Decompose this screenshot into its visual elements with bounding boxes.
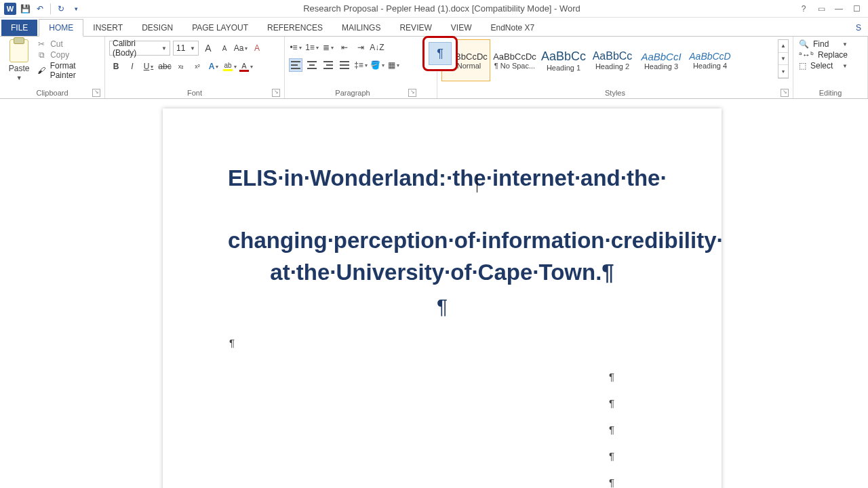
text-effects-button[interactable]: A [207, 60, 220, 73]
align-center-button[interactable] [305, 58, 319, 72]
font-name-value: Calibri (Body) [113, 39, 159, 58]
multilevel-button[interactable]: ≣ [321, 41, 335, 54]
tab-mailings[interactable]: MAILINGS [332, 20, 390, 36]
change-case-button[interactable]: Aa [234, 41, 248, 55]
tab-view[interactable]: VIEW [441, 20, 481, 36]
show-hide-marks-button[interactable]: ¶ [429, 42, 452, 65]
superscript-button[interactable]: x² [191, 60, 204, 73]
undo-button[interactable]: ↶ [34, 3, 46, 15]
group-editing: 🔍 Find ▼ ᵃ↔ᵇ Replace ⬚ Select ▼ Editing [793, 37, 868, 98]
share-button[interactable]: S [849, 20, 868, 36]
redo-button[interactable]: ↻ [55, 3, 67, 15]
document-area[interactable]: ELIS·in·Wonderland:·the·internet·and·the… [0, 99, 868, 488]
maximize-icon[interactable]: ☐ [850, 3, 863, 15]
clear-formatting-button[interactable]: A [250, 41, 264, 55]
increase-indent-button[interactable]: ⇥ [354, 41, 368, 54]
ribbon-display-icon[interactable]: ▭ [815, 3, 827, 15]
tab-page-layout[interactable]: PAGE LAYOUT [182, 20, 258, 36]
font-name-combo[interactable]: Calibri (Body) ▼ [109, 41, 170, 56]
subscript-button[interactable]: x₂ [174, 60, 188, 73]
empty-paragraph-mark-right[interactable]: ¶ [228, 416, 614, 443]
copy-icon: ⧉ [37, 50, 46, 60]
empty-paragraph-mark-right[interactable]: ¶ [228, 443, 614, 469]
page-content[interactable]: ELIS·in·Wonderland:·the·internet·and·the… [163, 108, 722, 488]
qat-customize[interactable]: ▾ [70, 3, 82, 15]
chevron-down-icon: ▼ [842, 63, 848, 69]
format-painter-button[interactable]: 🖌 Format Painter [37, 61, 102, 80]
empty-heading-paragraph-mark[interactable]: ¶ [228, 295, 656, 318]
tab-endnote[interactable]: EndNote X7 [481, 20, 544, 36]
tab-review[interactable]: REVIEW [390, 20, 441, 36]
font-color-button[interactable]: A [239, 60, 253, 73]
tab-references[interactable]: REFERENCES [258, 20, 332, 36]
chevron-down-icon: ▼ [187, 45, 195, 52]
paragraph-dialog-launcher[interactable]: ↘ [408, 89, 416, 97]
align-left-icon [291, 61, 300, 69]
scissors-icon: ✂ [37, 39, 46, 49]
group-paragraph: •≡ 1≡ ≣ ⇤ ⇥ A↓Z [285, 37, 437, 98]
align-left-button[interactable] [289, 58, 302, 72]
styles-gallery[interactable]: AaBbCcDc¶ NormalAaBbCcDc¶ No Spac...AaBb… [440, 38, 790, 88]
justify-button[interactable] [338, 58, 351, 72]
underline-button[interactable]: U [142, 60, 155, 73]
empty-paragraph-mark-right[interactable]: ¶ [228, 363, 614, 390]
shading-icon: 🪣 [370, 60, 380, 70]
styles-more-icon[interactable]: ▾ [778, 65, 788, 78]
numbering-button[interactable]: 1≡ [305, 41, 319, 54]
help-icon[interactable]: ? [797, 3, 810, 15]
tab-insert[interactable]: INSERT [83, 20, 132, 36]
shading-button[interactable]: 🪣 [370, 58, 384, 72]
save-button[interactable]: 💾 [19, 3, 31, 15]
borders-icon: ▦ [388, 60, 395, 70]
find-button[interactable]: 🔍 Find ▼ [799, 39, 848, 49]
grow-font-button[interactable]: A [201, 41, 215, 55]
title-line-3: at·the·University·of·Cape·Town.¶ [270, 260, 614, 285]
style-tile-heading-3[interactable]: AaBbCcIHeading 3 [637, 39, 686, 81]
borders-button[interactable]: ▦ [387, 58, 400, 72]
style-tile--no-spac-[interactable]: AaBbCcDc¶ No Spac... [490, 39, 539, 81]
clipboard-dialog-launcher[interactable]: ↘ [92, 89, 100, 97]
cut-button[interactable]: ✂ Cut [37, 39, 102, 49]
justify-icon [340, 61, 349, 69]
empty-paragraph-mark-right[interactable]: ¶ [228, 469, 614, 488]
brush-icon: 🖌 [37, 66, 45, 75]
right-aligned-paragraph-marks[interactable]: ¶¶¶¶¶ [228, 363, 656, 488]
paste-dropdown-icon[interactable]: ▼ [16, 75, 22, 81]
italic-button[interactable]: I [125, 60, 139, 73]
highlight-button[interactable]: ab [223, 60, 237, 73]
document-title[interactable]: ELIS·in·Wonderland:·the·internet·and·the… [228, 163, 656, 288]
copy-button[interactable]: ⧉ Copy [37, 50, 102, 60]
tab-file[interactable]: FILE [1, 20, 37, 36]
style-preview: AaBbCcI [641, 51, 681, 62]
empty-paragraph-mark-right[interactable]: ¶ [228, 390, 614, 416]
line-spacing-button[interactable]: ‡≡ [354, 58, 368, 72]
title-bar: W 💾 ↶ ↻ ▾ Research Proposal - Pepler Hea… [0, 0, 868, 18]
bullets-button[interactable]: •≡ [289, 41, 302, 54]
group-clipboard: Paste ▼ ✂ Cut ⧉ Copy 🖌 Format Painter Cl [0, 37, 105, 98]
minimize-icon[interactable]: — [833, 3, 845, 15]
tab-home[interactable]: HOME [39, 19, 83, 37]
decrease-indent-button[interactable]: ⇤ [338, 41, 351, 54]
shrink-font-button[interactable]: A [218, 41, 231, 55]
style-tile-heading-1[interactable]: AaBbCcHeading 1 [539, 39, 588, 81]
styles-scroll-down-icon[interactable]: ▼ [778, 53, 788, 66]
replace-button[interactable]: ᵃ↔ᵇ Replace [799, 50, 848, 60]
style-tile-heading-4[interactable]: AaBbCcDHeading 4 [686, 39, 734, 81]
style-tile-heading-2[interactable]: AaBbCcHeading 2 [588, 39, 637, 81]
font-dialog-launcher[interactable]: ↘ [272, 89, 280, 97]
sort-button[interactable]: A↓Z [370, 41, 384, 54]
select-button[interactable]: ⬚ Select ▼ [799, 61, 848, 70]
find-icon: 🔍 [799, 39, 809, 49]
strikethrough-button[interactable]: abc [158, 60, 172, 73]
paste-button[interactable]: Paste ▼ [3, 38, 35, 88]
font-size-combo[interactable]: 11 ▼ [173, 41, 199, 56]
styles-dialog-launcher[interactable]: ↘ [781, 89, 789, 97]
styles-expand[interactable]: ▲ ▼ ▾ [778, 39, 789, 79]
align-right-button[interactable] [321, 58, 335, 72]
tab-design[interactable]: DESIGN [132, 20, 182, 36]
page[interactable]: ELIS·in·Wonderland:·the·internet·and·the… [163, 108, 722, 488]
empty-paragraph-mark-left[interactable]: ¶ [228, 337, 656, 348]
styles-scroll-up-icon[interactable]: ▲ [778, 40, 788, 53]
numbering-icon: 1≡ [305, 43, 315, 52]
bold-button[interactable]: B [109, 60, 123, 73]
